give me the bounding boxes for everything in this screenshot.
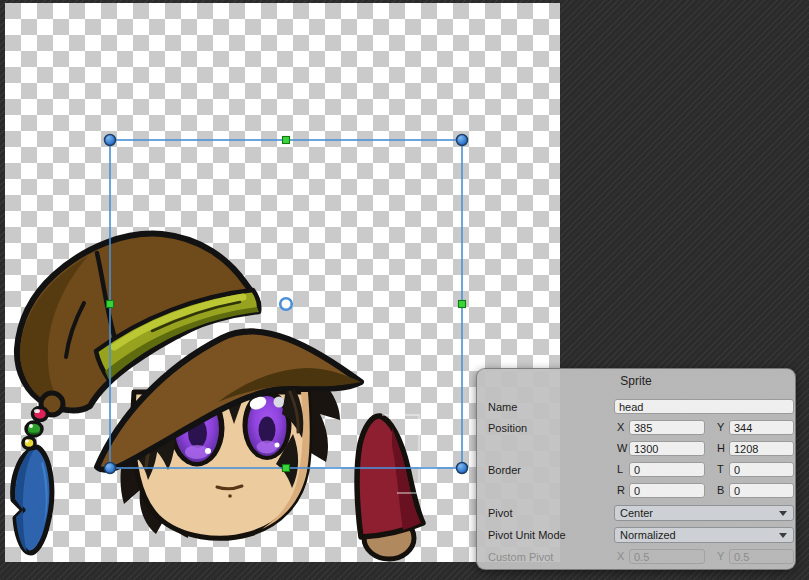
position-y-input[interactable] [729, 420, 794, 435]
custom-pivot-y-input [729, 549, 794, 564]
sprite-panel: Sprite Name Position X Y W H Border L T … [476, 368, 796, 570]
chevron-down-icon [779, 511, 787, 516]
border-l-prefix: L [617, 462, 629, 477]
position-h-input[interactable] [729, 441, 794, 456]
name-label: Name [488, 400, 517, 414]
border-r-input[interactable] [629, 483, 705, 498]
position-h-prefix: H [717, 441, 729, 456]
position-label: Position [488, 421, 527, 435]
sprite-editor-window: Sprite Name Position X Y W H Border L T … [0, 0, 809, 580]
custom-pivot-x-input [629, 549, 705, 564]
position-w-input[interactable] [629, 441, 705, 456]
pivot-unit-mode-label: Pivot Unit Mode [488, 528, 566, 542]
border-t-prefix: T [717, 462, 729, 477]
pivot-label: Pivot [488, 506, 512, 520]
border-r-prefix: R [617, 483, 629, 498]
position-x-prefix: X [617, 420, 629, 435]
chevron-down-icon [779, 533, 787, 538]
position-w-prefix: W [617, 441, 629, 456]
position-x-input[interactable] [629, 420, 705, 435]
border-l-input[interactable] [629, 462, 705, 477]
custom-pivot-y-prefix: Y [717, 549, 729, 564]
panel-title: Sprite [477, 374, 795, 388]
border-t-input[interactable] [729, 462, 794, 477]
pivot-dropdown[interactable]: Center [614, 505, 794, 521]
border-b-input[interactable] [729, 483, 794, 498]
pivot-unit-mode-dropdown-value: Normalized [620, 529, 676, 542]
border-b-prefix: B [717, 483, 729, 498]
name-input[interactable] [614, 399, 794, 414]
custom-pivot-x-prefix: X [617, 549, 629, 564]
position-y-prefix: Y [717, 420, 729, 435]
pivot-dropdown-value: Center [620, 507, 653, 520]
pivot-unit-mode-dropdown[interactable]: Normalized [614, 527, 794, 543]
custom-pivot-label: Custom Pivot [488, 550, 553, 564]
border-label: Border [488, 463, 521, 477]
